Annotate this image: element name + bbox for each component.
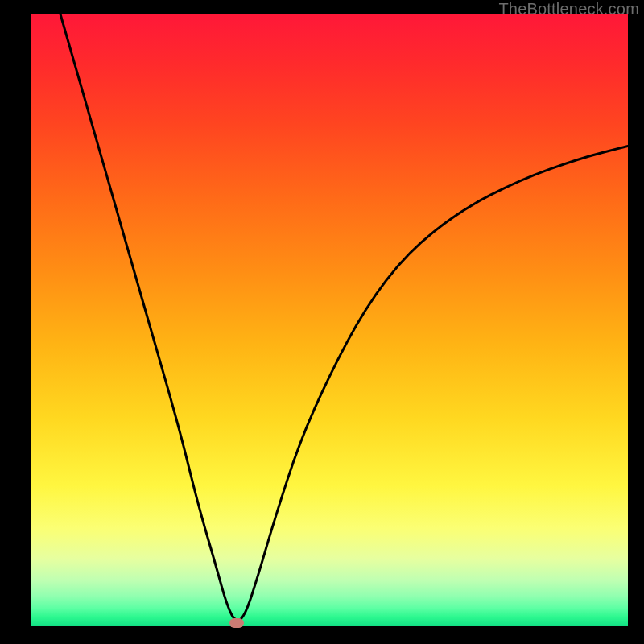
plot-area: [31, 14, 628, 626]
bottleneck-curve: [60, 14, 628, 621]
watermark: TheBottleneck.com: [498, 0, 639, 19]
optimum-marker: [229, 618, 244, 628]
frame: TheBottleneck.com: [0, 0, 644, 644]
curve-svg: [31, 14, 628, 626]
